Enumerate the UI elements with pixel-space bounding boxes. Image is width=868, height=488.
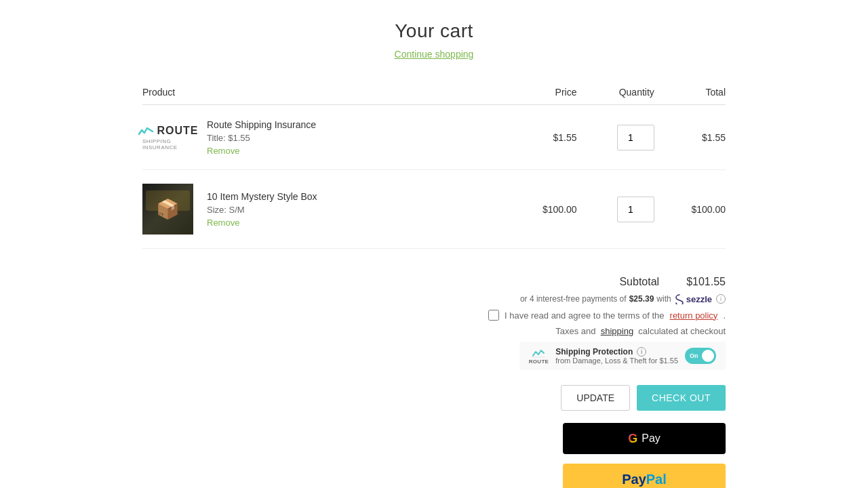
toggle-on-label: On [688,352,698,359]
cart-table: Product Price Quantity Total ROUTE SHIPP… [142,80,726,249]
checkout-button[interactable]: CHECK OUT [637,385,726,411]
quantity-input[interactable] [617,197,654,222]
table-header-row: Product Price Quantity Total [142,80,726,105]
product-name: Route Shipping Insurance [207,119,316,130]
terms-text-after: . [723,310,726,321]
route-protection-icon: ROUTE [529,348,549,365]
route-sub-text: SHIPPING INSURANCE [142,138,193,150]
route-logo: ROUTE SHIPPING INSURANCE [142,119,193,156]
mystery-box-image [142,184,193,235]
product-detail: Size: S/M [207,205,317,215]
route-small-logo: ROUTE [529,348,549,365]
subtotal-row: Subtotal $101.55 [619,276,726,288]
table-row: 10 Item Mystery Style BoxSize: S/MRemove… [142,170,726,249]
total-cell: $100.00 [654,170,726,249]
continue-shopping-link[interactable]: Continue shopping [395,49,474,60]
toggle-track[interactable]: On [685,348,716,364]
sezzle-row: or 4 interest-free payments of $25.39 wi… [520,293,726,304]
product-col-route-insurance: ROUTE SHIPPING INSURANCE Route Shipping … [142,119,505,156]
terms-checkbox[interactable] [488,310,499,321]
remove-link[interactable]: Remove [207,146,316,156]
product-col-mystery-box: 10 Item Mystery Style BoxSize: S/MRemove [142,184,505,235]
cart-summary: Subtotal $101.55 or 4 interest-free paym… [142,276,726,488]
table-row: ROUTE SHIPPING INSURANCE Route Shipping … [142,105,726,170]
sezzle-logo: sezzle [674,293,712,304]
sezzle-brand: sezzle [686,294,712,304]
qty-cell [577,105,654,170]
toggle-thumb [702,350,714,362]
route-protection-row: ROUTE Shipping Protection i from Damage,… [519,342,726,370]
toggle-switch[interactable]: On [685,348,716,364]
protection-info-icon[interactable]: i [637,347,646,357]
continue-shopping-container: Continue shopping [142,49,726,60]
route-small-text: ROUTE [529,359,549,365]
product-info-mystery-box: 10 Item Mystery Style BoxSize: S/MRemove [207,191,317,228]
col-header-quantity: Quantity [577,80,654,105]
return-policy-link[interactable]: return policy [670,310,718,321]
taxes-text-before: Taxes and [555,326,595,336]
protection-text: Shipping Protection i from Damage, Loss … [555,347,678,365]
sezzle-amount: $25.39 [629,294,654,304]
terms-row: I have read and agree to the terms of th… [488,310,726,321]
taxes-row: Taxes and shipping calculated at checkou… [555,326,726,336]
update-button[interactable]: UPDATE [561,385,630,411]
col-header-price: Price [505,80,576,105]
protection-title: Shipping Protection i [555,347,678,357]
sezzle-info-icon[interactable]: i [716,294,726,304]
shipping-link[interactable]: shipping [601,326,633,336]
product-info-route-insurance: Route Shipping InsuranceTitle: $1.55Remo… [207,119,316,156]
action-buttons: UPDATE CHECK OUT [561,385,726,411]
route-logo-top: ROUTE [138,125,199,137]
subtotal-value: $101.55 [686,276,726,288]
price-cell: $1.55 [505,105,576,170]
subtotal-label: Subtotal [619,276,659,288]
sezzle-text: or 4 interest-free payments of [520,294,627,304]
paypal-label: PayPal [622,472,667,487]
col-header-total: Total [654,80,726,105]
total-cell: $1.55 [654,105,726,170]
gpay-pay-label: Pay [642,432,660,445]
gpay-button[interactable]: G Pay [563,423,726,454]
qty-cell [577,170,654,249]
price-cell: $100.00 [505,170,576,249]
product-name: 10 Item Mystery Style Box [207,191,317,202]
route-brand-text: ROUTE [157,125,199,137]
terms-text-before: I have read and agree to the terms of th… [505,310,665,321]
page-title: Your cart [142,20,726,42]
quantity-input[interactable] [617,125,654,150]
product-detail: Title: $1.55 [207,133,316,143]
sezzle-with: with [656,294,671,304]
paypal-button[interactable]: PayPal [563,464,726,488]
protection-subtitle: from Damage, Loss & Theft for $1.55 [555,357,678,365]
taxes-text-after: calculated at checkout [638,326,726,336]
remove-link[interactable]: Remove [207,218,317,228]
col-header-product: Product [142,80,505,105]
gpay-g-icon: G [628,432,637,446]
